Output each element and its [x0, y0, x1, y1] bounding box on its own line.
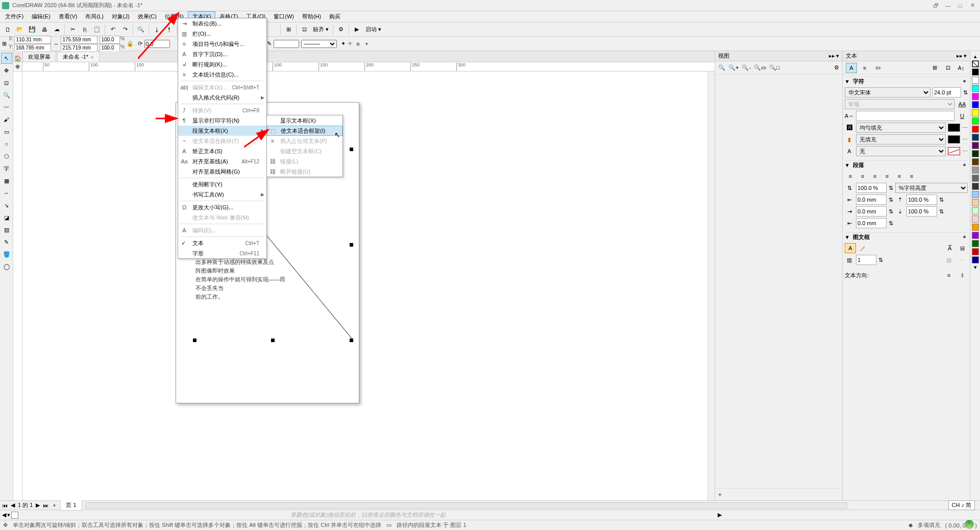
- section-opts-icon[interactable]: ⚬: [962, 234, 967, 240]
- indent-right-input[interactable]: [856, 218, 887, 228]
- spinner-icon[interactable]: ⇅: [939, 197, 944, 203]
- caret-icon[interactable]: ▾: [846, 234, 851, 240]
- palette-next-icon[interactable]: ▶: [718, 512, 722, 518]
- color-swatch[interactable]: [972, 150, 979, 157]
- handle[interactable]: [350, 339, 353, 342]
- add-icon[interactable]: ＋: [364, 40, 370, 47]
- palette-down-icon[interactable]: ▾: [970, 264, 980, 271]
- fill-color-swatch[interactable]: [948, 124, 960, 132]
- artistic-media-icon[interactable]: 🖌: [1, 114, 12, 125]
- font-select[interactable]: 华文宋体: [845, 87, 930, 98]
- spinner-icon[interactable]: ⇅: [889, 197, 893, 203]
- page-tab[interactable]: 页 1: [60, 500, 82, 511]
- align-left-icon[interactable]: ≡: [845, 171, 856, 181]
- before-para-input[interactable]: [906, 195, 937, 205]
- ruler-origin-icon[interactable]: ⊕: [13, 62, 22, 71]
- last-page-icon[interactable]: ⏭: [43, 502, 48, 509]
- indent-left-input[interactable]: [856, 195, 887, 205]
- outline-tool-icon[interactable]: ◯: [1, 261, 12, 272]
- copy-icon[interactable]: ⎘: [79, 24, 90, 35]
- scalex-input[interactable]: [100, 36, 120, 44]
- next-page-icon[interactable]: ▶: [36, 502, 40, 509]
- new-icon[interactable]: 🗋: [2, 24, 13, 35]
- color-swatch[interactable]: [972, 142, 979, 149]
- handle[interactable]: [271, 339, 275, 342]
- spinner-icon[interactable]: ⇅: [889, 208, 893, 215]
- menu-item[interactable]: 字形Ctrl+F11: [178, 248, 266, 258]
- submenu-item[interactable]: 显示文本框(X): [267, 115, 342, 126]
- prev-page-icon[interactable]: ◀: [11, 502, 15, 509]
- align-center-icon[interactable]: ≡: [857, 171, 868, 181]
- frame-opt1-icon[interactable]: A: [845, 243, 856, 253]
- menu-item[interactable]: 插入格式化代码(R)▶: [178, 92, 266, 103]
- zoom-out-icon[interactable]: 🔍-: [742, 64, 751, 71]
- effects2-icon[interactable]: ✧: [348, 40, 352, 47]
- pick-tool-icon[interactable]: ↖: [1, 53, 12, 64]
- add-panel-icon[interactable]: ＋: [717, 491, 840, 498]
- settings-icon[interactable]: ⚙: [834, 64, 839, 71]
- underline2-icon[interactable]: U: [957, 111, 968, 121]
- open-icon[interactable]: 📂: [14, 24, 26, 35]
- submenu-item[interactable]: ⬚使文本适合框架(I): [267, 126, 342, 136]
- frame-tab-icon[interactable]: ▭: [872, 63, 884, 73]
- menu-item[interactable]: ▥栏(O)...: [178, 29, 266, 39]
- color-swatch[interactable]: [972, 126, 979, 133]
- transparency-tool-icon[interactable]: ▨: [1, 224, 12, 235]
- spinner-icon[interactable]: ⇅: [889, 185, 893, 191]
- menu-view[interactable]: 查看(V): [55, 12, 82, 21]
- ruler-icon[interactable]: ⊞: [283, 24, 294, 35]
- crop-tool-icon[interactable]: ⊡: [1, 77, 12, 88]
- color-swatch[interactable]: [972, 215, 979, 223]
- spinner-icon[interactable]: ⇅: [878, 257, 883, 263]
- effects1-icon[interactable]: ✦: [341, 40, 346, 47]
- align-right-icon[interactable]: ≡: [869, 171, 880, 181]
- panel-close-icon[interactable]: ▾: [964, 53, 967, 59]
- menu-item[interactable]: ↲断行规则(K)...: [178, 59, 266, 69]
- spinner-icon[interactable]: ⇅: [889, 220, 893, 227]
- align-justify-icon[interactable]: ≡: [881, 171, 893, 181]
- dir-horizontal-icon[interactable]: ≡: [943, 270, 954, 280]
- para-tab-icon[interactable]: ≡: [859, 63, 870, 73]
- polygon-tool-icon[interactable]: ⬠: [1, 151, 12, 162]
- cloud-icon[interactable]: ☁: [51, 24, 62, 35]
- dropshadow-tool-icon[interactable]: ◪: [1, 212, 12, 223]
- zoom-in-icon[interactable]: 🔍+: [728, 64, 739, 71]
- lock-ratio-icon[interactable]: 🔒: [127, 40, 134, 47]
- more-icon[interactable]: ⋯: [962, 148, 968, 155]
- color-swatch[interactable]: [972, 232, 979, 239]
- bg-color-swatch[interactable]: [948, 135, 960, 143]
- color-swatch[interactable]: [972, 158, 979, 165]
- after-para-input[interactable]: [906, 206, 937, 216]
- menu-item[interactable]: Ω更改大小写(G)...: [178, 202, 266, 212]
- no-fill-swatch[interactable]: [11, 512, 18, 519]
- caret-icon[interactable]: ▾: [846, 162, 851, 168]
- freehand-tool-icon[interactable]: 〰: [1, 102, 12, 113]
- color-swatch[interactable]: [972, 207, 979, 214]
- table-tool-icon[interactable]: ▦: [1, 175, 12, 186]
- add-page-icon[interactable]: ＋: [52, 501, 57, 509]
- menu-item[interactable]: ⇥制表位(B)...: [178, 18, 266, 29]
- menu-object[interactable]: 对象(J): [108, 12, 134, 21]
- align-none-icon[interactable]: ≡: [906, 171, 917, 181]
- vertical-ruler[interactable]: [13, 71, 22, 500]
- valign-mid-icon[interactable]: ⊟: [957, 243, 968, 253]
- x-input[interactable]: [14, 36, 51, 44]
- print-icon[interactable]: 🖶: [39, 24, 50, 35]
- eyedropper-tool-icon[interactable]: ✎: [1, 236, 12, 248]
- palette-up-icon[interactable]: ▴: [970, 53, 980, 60]
- color-swatch[interactable]: [972, 256, 979, 263]
- outline-select[interactable]: 无: [856, 146, 946, 156]
- menu-edit[interactable]: 编辑(E): [28, 12, 55, 21]
- handle[interactable]: [350, 148, 353, 151]
- welcome-tab[interactable]: 欢迎屏幕: [22, 52, 56, 62]
- launch-icon[interactable]: ▶: [351, 24, 362, 35]
- zoom-tool-icon[interactable]: 🔍: [1, 89, 12, 101]
- line-mode-select[interactable]: %字符高度: [895, 183, 968, 193]
- undo-icon[interactable]: ↶: [107, 24, 118, 35]
- fill-type-select[interactable]: 均匀填充: [856, 123, 946, 133]
- connector-tool-icon[interactable]: ↘: [1, 200, 12, 211]
- align-full-icon[interactable]: ≡: [894, 171, 905, 181]
- more-icon[interactable]: ⋯: [962, 125, 968, 131]
- minimize-icon[interactable]: —: [942, 2, 953, 10]
- menu-file[interactable]: 文件(F): [1, 12, 28, 21]
